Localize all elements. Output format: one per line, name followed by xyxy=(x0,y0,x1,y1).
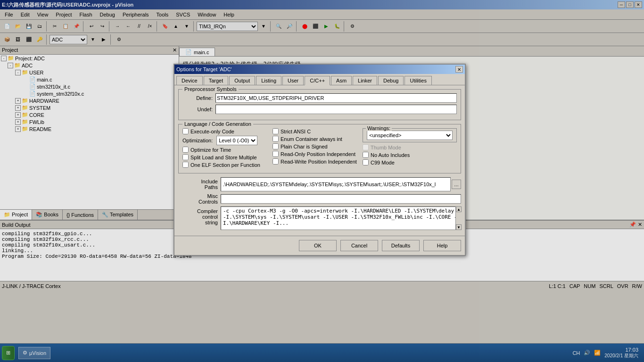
unindent-btn[interactable]: ← xyxy=(123,21,133,32)
tree-readme[interactable]: + 📁 README xyxy=(0,125,179,132)
dtab-debug[interactable]: Debug xyxy=(378,76,404,85)
indent-btn[interactable]: → xyxy=(112,21,123,32)
include-browse-btn[interactable]: … xyxy=(452,180,461,189)
tb2-btn1[interactable]: 📦 xyxy=(2,34,12,45)
strict-ansi-checkbox[interactable] xyxy=(272,128,279,134)
tree-fwlib[interactable]: + 📁 FWLib xyxy=(0,118,179,125)
fw-expand-icon[interactable]: + xyxy=(15,119,21,125)
cut-btn[interactable]: ✂ xyxy=(50,21,60,32)
tree-adc[interactable]: - 📁 ADC xyxy=(0,62,179,69)
no-auto-checkbox[interactable] xyxy=(363,152,369,158)
menu-tools[interactable]: Tools xyxy=(153,11,173,18)
help-button[interactable]: Help xyxy=(423,240,461,251)
optimization-select[interactable]: Level 0 (-O0) Level 1 (-O1) Level 2 (-O2… xyxy=(216,136,257,145)
dialog-close-button[interactable]: ✕ xyxy=(455,66,463,73)
combo-dropdown[interactable]: ▼ xyxy=(258,21,269,32)
ptab-books[interactable]: 📚 Books xyxy=(32,210,63,220)
run-btn[interactable]: ▶ xyxy=(321,21,331,32)
find-all-btn[interactable]: 🔎 xyxy=(284,21,295,32)
compiler-scroll-up[interactable]: ▲ xyxy=(456,206,462,212)
tree-hardware[interactable]: + 📁 HARDWARE xyxy=(0,97,179,104)
menu-peripherals[interactable]: Peripherals xyxy=(119,11,153,18)
defaults-button[interactable]: Defaults xyxy=(382,240,420,251)
target-combo[interactable]: ADC xyxy=(50,35,87,44)
plain-char-checkbox[interactable] xyxy=(272,143,279,149)
dtab-utilities[interactable]: Utilities xyxy=(405,76,431,85)
dtab-user[interactable]: User xyxy=(282,76,304,85)
core-expand-icon[interactable]: + xyxy=(15,112,21,118)
tree-root[interactable]: - 📁 Project: ADC xyxy=(0,55,179,62)
tb2-settings2[interactable]: ⚙ xyxy=(114,34,124,45)
menu-project[interactable]: Project xyxy=(52,11,75,18)
panel-close-btn[interactable]: ✕ xyxy=(173,47,177,53)
tree-core[interactable]: + 📁 CORE xyxy=(0,111,179,118)
read-only-checkbox[interactable] xyxy=(272,151,279,157)
undefine-input[interactable] xyxy=(215,105,457,114)
include-paths-input[interactable]: .\HARDWARE\LED;.\SYSTEM\delay;.\SYSTEM\s… xyxy=(221,177,451,191)
cancel-button[interactable]: Cancel xyxy=(340,240,378,251)
open-btn[interactable]: 📂 xyxy=(13,21,23,32)
menu-svcs[interactable]: SVCS xyxy=(172,11,194,18)
root-expand-icon[interactable]: - xyxy=(1,56,7,61)
ptab-templates[interactable]: 🔧 Templates xyxy=(98,210,138,220)
ptab-project[interactable]: 📁 Project xyxy=(0,210,32,220)
optimize-time-checkbox[interactable] xyxy=(182,147,189,153)
stop-btn[interactable]: ⬛ xyxy=(310,21,321,32)
paste-btn[interactable]: 📌 xyxy=(71,21,82,32)
bookmark-btn[interactable]: 🔖 xyxy=(160,21,170,32)
sys-expand-icon[interactable]: + xyxy=(15,105,21,111)
ptab-functions[interactable]: {} Functions xyxy=(63,210,98,220)
tb2-btn2[interactable]: 🖼 xyxy=(13,34,23,45)
user-expand-icon[interactable]: - xyxy=(15,70,21,75)
close-button[interactable]: ✕ xyxy=(635,1,642,8)
tb2-btn3[interactable]: ⬛ xyxy=(24,34,34,45)
dtab-output[interactable]: Output xyxy=(229,76,255,85)
tree-stm-sys[interactable]: 📄 system_stm32f10x.c xyxy=(0,90,179,97)
save-all-btn[interactable]: 🗂 xyxy=(34,21,45,32)
read-write-checkbox[interactable] xyxy=(272,158,279,165)
copy-btn[interactable]: 📋 xyxy=(60,21,71,32)
tree-stm-it[interactable]: 📄 stm32f10x_it.c xyxy=(0,83,179,90)
comment-btn[interactable]: // xyxy=(134,21,144,32)
misc-controls-input[interactable] xyxy=(221,194,461,204)
build-pin-icon[interactable]: 📌 xyxy=(629,222,636,228)
new-btn[interactable]: 📄 xyxy=(2,21,12,32)
tree-main-c[interactable]: 📄 main.c xyxy=(0,76,179,83)
function-combo[interactable]: TIM3_IRQn xyxy=(197,22,258,31)
minimize-button[interactable]: ─ xyxy=(618,1,625,8)
tb2-btn4[interactable]: 🔑 xyxy=(34,34,45,45)
hw-expand-icon[interactable]: + xyxy=(15,98,21,104)
menu-window[interactable]: Window xyxy=(194,11,220,18)
define-input[interactable] xyxy=(215,93,457,103)
adc-expand-icon[interactable]: - xyxy=(8,63,13,68)
taskbar-app-uvision[interactable]: ⚙ µVision xyxy=(18,347,50,359)
menu-view[interactable]: View xyxy=(33,11,52,18)
redo-btn[interactable]: ↪ xyxy=(97,21,107,32)
split-load-checkbox[interactable] xyxy=(182,154,189,160)
enum-checkbox[interactable] xyxy=(272,136,279,142)
execute-only-checkbox[interactable] xyxy=(182,128,189,134)
maximize-button[interactable]: □ xyxy=(626,1,634,8)
build-btn[interactable]: ⬤ xyxy=(299,21,310,32)
tree-user[interactable]: - 📁 USER xyxy=(0,69,179,76)
thumb-mode-checkbox[interactable] xyxy=(363,144,369,150)
dtab-target[interactable]: Target xyxy=(204,76,229,85)
compiler-scroll-down[interactable]: ▼ xyxy=(456,224,462,230)
save-btn[interactable]: 💾 xyxy=(24,21,34,32)
settings-btn[interactable]: ⚙ xyxy=(347,21,357,32)
prev-bookmark-btn[interactable]: ▲ xyxy=(171,21,181,32)
dtab-device[interactable]: Device xyxy=(176,76,203,85)
ok-button[interactable]: OK xyxy=(299,240,337,251)
menu-debug[interactable]: Debug xyxy=(96,11,119,18)
dtab-listing[interactable]: Listing xyxy=(256,76,281,85)
uncomment-btn[interactable]: /× xyxy=(145,21,155,32)
next-bookmark-btn[interactable]: ▼ xyxy=(182,21,192,32)
target-dropdown[interactable]: ▼ xyxy=(88,34,98,45)
menu-flash[interactable]: Flash xyxy=(76,11,96,18)
dtab-linker[interactable]: Linker xyxy=(353,76,377,85)
menu-file[interactable]: File xyxy=(1,11,17,18)
dtab-cc[interactable]: C/C++ xyxy=(305,76,330,85)
dtab-asm[interactable]: Asm xyxy=(331,76,352,85)
menu-edit[interactable]: Edit xyxy=(17,11,33,18)
build-close-icon[interactable]: ✕ xyxy=(638,222,642,228)
